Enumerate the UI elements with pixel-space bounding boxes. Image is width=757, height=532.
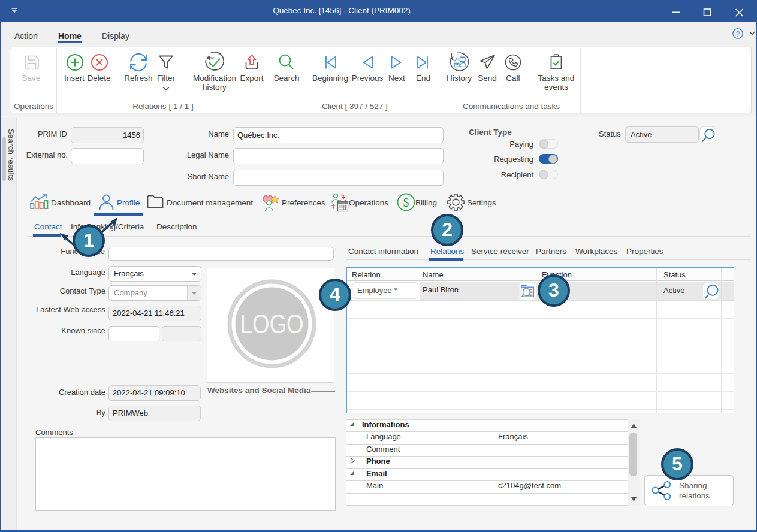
svg-text:$: $ (403, 196, 409, 209)
svg-text:?: ? (736, 30, 740, 38)
svg-text:LOGO: LOGO (240, 309, 304, 339)
